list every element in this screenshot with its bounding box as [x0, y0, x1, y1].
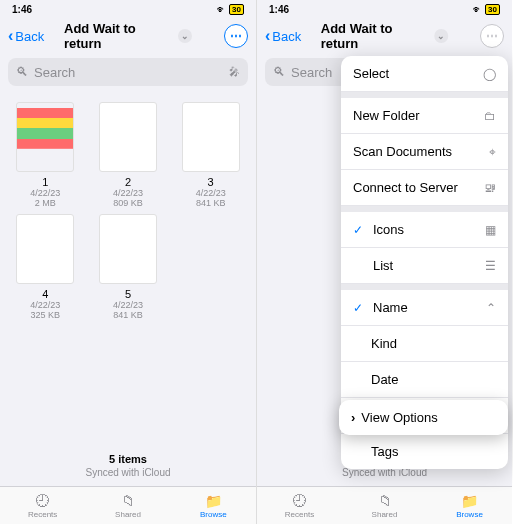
- file-date: 4/22/23: [171, 188, 250, 198]
- file-size: 841 KB: [89, 310, 168, 320]
- left-screenshot: 1:46 ᯤ 30 ‹ Back Add Wait to return ⌄ ⋯ …: [0, 0, 256, 524]
- file-name: 1: [6, 176, 85, 188]
- file-item[interactable]: 54/22/23841 KB: [89, 214, 168, 320]
- files-grid: 14/22/232 MB24/22/23809 KB34/22/23841 KB…: [0, 94, 256, 449]
- tab-bar: 🕘︎ Recents 📁︎ Shared 📁 Browse: [0, 486, 256, 524]
- search-icon: 🔍︎: [273, 65, 285, 79]
- back-label: Back: [272, 29, 301, 44]
- ellipsis-icon: ⋯: [230, 29, 242, 43]
- tab-recents[interactable]: 🕘︎ Recents: [0, 487, 85, 524]
- clock-icon: 🕘︎: [36, 493, 50, 509]
- search-field[interactable]: 🔍︎ Search 🎤︎: [8, 58, 248, 86]
- file-date: 4/22/23: [89, 188, 168, 198]
- sync-status: Synced with iCloud: [0, 467, 256, 478]
- server-icon: 🖳: [484, 181, 496, 195]
- chevron-down-icon: ⌄: [435, 29, 449, 43]
- file-date: 4/22/23: [89, 300, 168, 310]
- tab-shared[interactable]: 📁︎ Shared: [85, 487, 170, 524]
- file-date: 4/22/23: [6, 188, 85, 198]
- menu-view-options[interactable]: › View Options: [339, 400, 508, 435]
- folder-shared-icon: 📁︎: [378, 493, 392, 509]
- nav-bar: ‹ Back Add Wait to return ⌄ ⋯: [0, 18, 256, 54]
- file-date: 4/22/23: [6, 300, 85, 310]
- file-size: 325 KB: [6, 310, 85, 320]
- file-thumbnail: [99, 214, 157, 284]
- back-button[interactable]: ‹ Back: [265, 27, 301, 45]
- check-icon: ✓: [353, 301, 367, 315]
- tab-browse[interactable]: 📁 Browse: [171, 487, 256, 524]
- status-time: 1:46: [12, 4, 32, 15]
- tab-bar: 🕘︎ Recents 📁︎ Shared 📁 Browse: [257, 486, 512, 524]
- chevron-left-icon: ‹: [265, 27, 270, 45]
- check-icon: ✓: [353, 223, 367, 237]
- scan-icon: ⌖: [489, 145, 496, 159]
- menu-list[interactable]: List ☰: [341, 248, 508, 284]
- select-icon: ◯: [483, 67, 496, 81]
- menu-icons[interactable]: ✓ Icons ▦: [341, 212, 508, 248]
- folder-plus-icon: 🗀: [484, 109, 496, 123]
- file-size: 841 KB: [171, 198, 250, 208]
- file-item[interactable]: 34/22/23841 KB: [171, 102, 250, 208]
- chevron-down-icon: ⌄: [178, 29, 192, 43]
- footer-info: 5 items Synced with iCloud: [0, 449, 256, 486]
- tab-browse[interactable]: 📁 Browse: [427, 487, 512, 524]
- menu-sort-date[interactable]: Date: [341, 362, 508, 398]
- grid-icon: ▦: [485, 223, 496, 237]
- file-thumbnail: [182, 102, 240, 172]
- file-thumbnail: [16, 102, 74, 172]
- menu-sort-tags[interactable]: Tags: [341, 434, 508, 469]
- battery-indicator: 30: [485, 4, 500, 15]
- clock-icon: 🕘︎: [293, 493, 307, 509]
- status-bar: 1:46 ᯤ 30: [257, 0, 512, 18]
- menu-connect-server[interactable]: Connect to Server 🖳: [341, 170, 508, 206]
- mic-icon[interactable]: 🎤︎: [229, 66, 240, 78]
- file-thumbnail: [16, 214, 74, 284]
- folder-icon: 📁: [205, 493, 222, 509]
- tab-recents[interactable]: 🕘︎ Recents: [257, 487, 342, 524]
- menu-new-folder[interactable]: New Folder 🗀: [341, 98, 508, 134]
- menu-scan-documents[interactable]: Scan Documents ⌖: [341, 134, 508, 170]
- chevron-right-icon: ›: [351, 410, 355, 425]
- menu-sort-name[interactable]: ✓ Name ⌃: [341, 290, 508, 326]
- file-item[interactable]: 44/22/23325 KB: [6, 214, 85, 320]
- nav-bar: ‹ Back Add Wait to return ⌄ ⋯: [257, 18, 512, 54]
- list-icon: ☰: [485, 259, 496, 273]
- right-screenshot: 1:46 ᯤ 30 ‹ Back Add Wait to return ⌄ ⋯ …: [256, 0, 512, 524]
- chevron-left-icon: ‹: [8, 27, 13, 45]
- back-button[interactable]: ‹ Back: [8, 27, 44, 45]
- search-placeholder: Search: [34, 65, 223, 80]
- more-button[interactable]: ⋯: [480, 24, 504, 48]
- file-item[interactable]: 14/22/232 MB: [6, 102, 85, 208]
- status-right: ᯤ 30: [473, 4, 500, 15]
- file-size: 2 MB: [6, 198, 85, 208]
- file-name: 3: [171, 176, 250, 188]
- file-item[interactable]: 24/22/23809 KB: [89, 102, 168, 208]
- file-size: 809 KB: [89, 198, 168, 208]
- file-name: 4: [6, 288, 85, 300]
- nav-title[interactable]: Add Wait to return ⌄: [64, 21, 192, 51]
- menu-sort-kind[interactable]: Kind: [341, 326, 508, 362]
- more-button[interactable]: ⋯: [224, 24, 248, 48]
- nav-title[interactable]: Add Wait to return ⌄: [321, 21, 449, 51]
- status-bar: 1:46 ᯤ 30: [0, 0, 256, 18]
- file-name: 2: [89, 176, 168, 188]
- wifi-icon: ᯤ: [473, 4, 483, 15]
- chevron-up-icon: ⌃: [486, 301, 496, 315]
- wifi-icon: ᯤ: [217, 4, 227, 15]
- file-thumbnail: [99, 102, 157, 172]
- folder-shared-icon: 📁︎: [121, 493, 135, 509]
- status-time: 1:46: [269, 4, 289, 15]
- back-label: Back: [15, 29, 44, 44]
- item-count: 5 items: [0, 453, 256, 465]
- file-name: 5: [89, 288, 168, 300]
- folder-icon: 📁: [461, 493, 478, 509]
- search-icon: 🔍︎: [16, 65, 28, 79]
- battery-indicator: 30: [229, 4, 244, 15]
- tab-shared[interactable]: 📁︎ Shared: [342, 487, 427, 524]
- menu-select[interactable]: Select ◯: [341, 56, 508, 92]
- status-right: ᯤ 30: [217, 4, 244, 15]
- ellipsis-icon: ⋯: [486, 29, 498, 43]
